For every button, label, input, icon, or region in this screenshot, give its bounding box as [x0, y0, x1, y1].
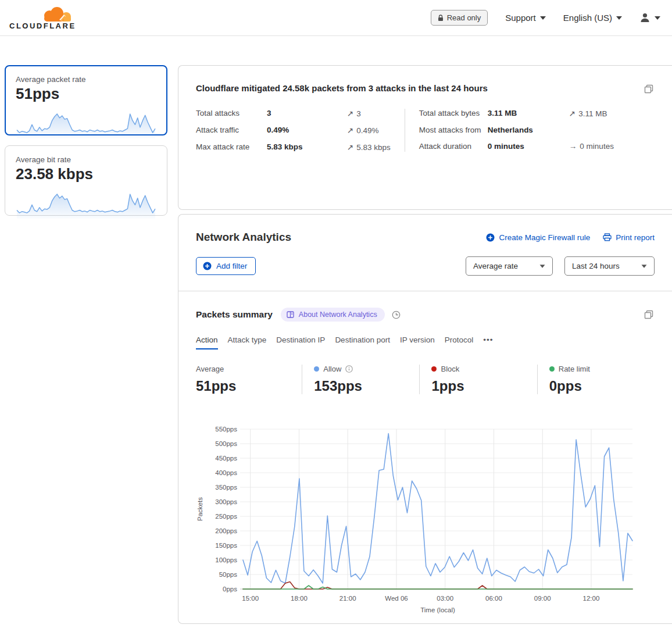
stat-label: Attack duration — [419, 142, 488, 151]
svg-text:15:00: 15:00 — [242, 595, 259, 602]
stat-label: Max attack rate — [196, 142, 267, 152]
stat-trend: ↗0.49% — [347, 126, 391, 135]
cloudflare-logo[interactable]: CLOUDFLARE — [9, 5, 74, 31]
trend-up-icon: ↗ — [347, 143, 353, 152]
more-tabs-button[interactable]: ••• — [483, 336, 493, 349]
svg-text:550pps: 550pps — [215, 426, 237, 433]
printer-icon — [603, 233, 612, 241]
dimension-tabs: Action Attack type Destination IP Destin… — [196, 336, 655, 349]
support-menu[interactable]: Support — [505, 13, 546, 23]
card-average-bit-rate[interactable]: Average bit rate 23.58 kbps — [5, 145, 167, 216]
series-legend-stats: Average 51pps Allow — [196, 365, 655, 394]
metric-label: Average bit rate — [16, 155, 156, 164]
chevron-down-icon — [642, 265, 647, 267]
svg-text:Time (local): Time (local) — [420, 606, 455, 613]
stat-value: 0.49% — [267, 126, 347, 135]
plus-circle-icon — [203, 262, 212, 270]
card-average-packet-rate[interactable]: Average packet rate 51pps — [5, 65, 167, 135]
svg-text:200pps: 200pps — [215, 527, 237, 534]
stat-label: Attack traffic — [196, 126, 267, 135]
svg-text:Packets: Packets — [196, 497, 203, 521]
brand-wordmark: CLOUDFLARE — [9, 22, 76, 30]
trend-right-icon: → — [569, 142, 577, 151]
stat-value: 51pps — [196, 378, 296, 394]
stat-value: Netherlands — [488, 126, 569, 134]
duplicate-icon — [644, 310, 653, 319]
tab-protocol[interactable]: Protocol — [445, 336, 474, 349]
stat-label: Total attack bytes — [419, 109, 488, 118]
about-network-analytics-badge[interactable]: About Network Analytics — [281, 308, 385, 322]
svg-text:18:00: 18:00 — [291, 595, 308, 602]
clock-icon — [392, 311, 401, 319]
chevron-down-icon — [540, 265, 545, 267]
stat-value: 3 — [267, 109, 347, 118]
packets-time-series-chart: 0pps50pps100pps150pps200pps250pps300pps3… — [196, 421, 655, 618]
svg-text:150pps: 150pps — [215, 542, 237, 549]
tab-ip-version[interactable]: IP version — [400, 336, 435, 349]
time-range-select[interactable]: Last 24 hours — [564, 256, 655, 276]
print-report-link[interactable]: Print report — [603, 233, 655, 242]
metric-value: 23.58 kbps — [16, 165, 156, 183]
language-menu[interactable]: English (US) — [563, 13, 622, 23]
tab-attack-type[interactable]: Attack type — [228, 336, 267, 349]
metric-sidebar: Average packet rate 51pps Average bit ra… — [5, 65, 167, 226]
svg-text:400pps: 400pps — [215, 469, 237, 476]
svg-text:Wed 06: Wed 06 — [385, 595, 408, 602]
lock-icon — [438, 15, 444, 22]
stat-value: 0pps — [549, 378, 649, 394]
stat-value: 5.83 kbps — [267, 142, 347, 152]
stat-trend — [569, 126, 655, 134]
bit-rate-sparkline — [16, 185, 156, 219]
svg-text:21:00: 21:00 — [339, 595, 356, 602]
history-button[interactable] — [391, 309, 402, 320]
metric-value: 51pps — [16, 85, 156, 103]
stat-average: Average 51pps — [196, 365, 302, 394]
info-icon[interactable] — [345, 365, 353, 373]
svg-text:250pps: 250pps — [215, 513, 237, 520]
metric-select[interactable]: Average rate — [466, 256, 553, 276]
duplicate-icon — [644, 84, 653, 94]
stat-value: 153pps — [314, 378, 413, 394]
stat-trend: ↗3 — [347, 109, 391, 118]
stat-trend: ↗5.83 kbps — [347, 142, 391, 152]
metric-label: Average packet rate — [16, 75, 156, 84]
stat-value: 0 minutes — [488, 142, 569, 151]
stat-value: 3.11 MB — [488, 109, 569, 118]
svg-text:300pps: 300pps — [215, 498, 237, 505]
tab-action[interactable]: Action — [196, 336, 218, 349]
stat-rate-limit: Rate limit 0pps — [537, 365, 655, 394]
block-series-dot — [431, 366, 437, 372]
chevron-down-icon — [540, 16, 546, 20]
line-chart: 0pps50pps100pps150pps200pps250pps300pps3… — [196, 421, 645, 615]
svg-text:03:00: 03:00 — [437, 595, 453, 602]
add-filter-button[interactable]: Add filter — [196, 257, 256, 275]
network-analytics-panel: Network Analytics Create Magic Firewall … — [178, 214, 672, 624]
svg-text:06:00: 06:00 — [485, 595, 502, 602]
packets-summary-section: Packets summary About Network Analytics — [178, 291, 672, 623]
svg-text:0pps: 0pps — [223, 586, 237, 593]
account-menu[interactable] — [639, 12, 660, 23]
top-header: CLOUDFLARE Read only Support English (US… — [0, 0, 672, 36]
stat-trend: ↗3.11 MB — [569, 109, 655, 118]
summary-stats-right: Total attack bytes 3.11 MB ↗3.11 MB Most… — [405, 109, 655, 152]
tab-destination-port[interactable]: Destination port — [335, 336, 390, 349]
read-only-badge: Read only — [431, 10, 488, 26]
attack-summary-panel: Cloudflare mitigated 24.58k packets from… — [178, 65, 672, 210]
packets-summary-title: Packets summary — [196, 309, 273, 320]
trend-up-icon: ↗ — [347, 109, 353, 118]
svg-text:450pps: 450pps — [215, 455, 237, 462]
summary-title: Cloudflare mitigated 24.58k packets from… — [196, 83, 488, 93]
chevron-down-icon — [655, 16, 660, 20]
plus-circle-icon — [486, 233, 495, 242]
expand-panel-button[interactable] — [643, 83, 655, 95]
stat-trend: →0 minutes — [569, 142, 655, 151]
summary-stats-left: Total attacks 3 ↗3 Attack traffic 0.49% … — [196, 109, 391, 152]
expand-panel-button[interactable] — [643, 309, 655, 320]
book-icon — [287, 311, 294, 318]
stat-allow: Allow 153pps — [302, 365, 419, 394]
trend-up-icon: ↗ — [569, 109, 576, 118]
svg-text:50pps: 50pps — [219, 571, 238, 578]
chevron-down-icon — [616, 16, 622, 20]
create-magic-firewall-rule-link[interactable]: Create Magic Firewall rule — [486, 233, 590, 242]
tab-destination-ip[interactable]: Destination IP — [276, 336, 325, 349]
